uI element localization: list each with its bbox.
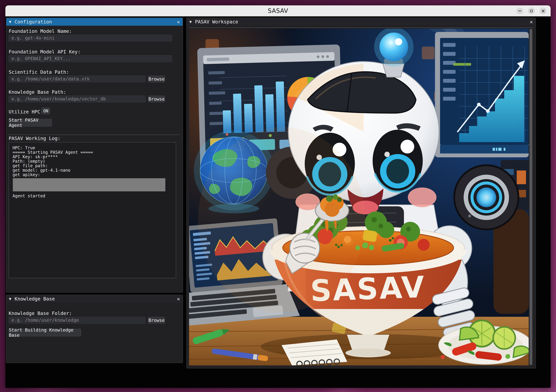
window-title: SASAV bbox=[268, 7, 288, 14]
app-content: ▼ Configuration ✕ Foundation Model Name:… bbox=[5, 17, 551, 388]
api-key-label: Foundation Model API Key: bbox=[9, 49, 81, 55]
minimize-icon bbox=[518, 11, 521, 11]
configuration-panel: ▼ Configuration ✕ Foundation Model Name:… bbox=[6, 18, 183, 293]
kb-folder-label: Knowledge Base Folder: bbox=[9, 311, 72, 316]
workspace-scrollbar-track[interactable] bbox=[529, 29, 533, 365]
api-key-input[interactable]: e.g. OPENAI_API_KEY... bbox=[9, 55, 172, 62]
configuration-panel-header[interactable]: ▼ Configuration ✕ bbox=[6, 18, 183, 26]
data-path-label: Scientific Data Path: bbox=[9, 69, 69, 75]
close-icon bbox=[541, 9, 545, 12]
kb-folder-input[interactable]: e.g. /home/user/knowledge bbox=[9, 317, 146, 324]
monitor-line-chart bbox=[435, 32, 529, 157]
hpc-label: Utilize HPC: bbox=[9, 109, 43, 115]
log-tail-text: Agent started bbox=[13, 194, 45, 198]
configuration-panel-title: Configuration bbox=[15, 19, 177, 25]
data-path-input[interactable]: e.g. /home/user/data/data.vtk bbox=[9, 76, 146, 82]
workspace-panel: ▼ PASAV Workspace ✕ bbox=[186, 18, 536, 368]
model-name-input[interactable]: e.g. gpt-4o-mini bbox=[9, 35, 172, 41]
configuration-close-icon[interactable]: ✕ bbox=[177, 19, 180, 25]
workspace-header-separator bbox=[189, 27, 533, 28]
knowledge-base-close-icon[interactable]: ✕ bbox=[177, 296, 180, 302]
working-log-text: HPC: True ===== Starting PASAV Agent ===… bbox=[13, 146, 93, 177]
title-bar[interactable]: SASAV bbox=[5, 5, 551, 16]
collapse-triangle-icon[interactable]: ▼ bbox=[9, 297, 11, 301]
model-name-label: Foundation Model Name: bbox=[9, 28, 72, 34]
workspace-panel-header[interactable]: ▼ PASAV Workspace ✕ bbox=[187, 18, 536, 26]
data-path-browse-button[interactable]: Browse bbox=[148, 76, 165, 82]
kb-folder-browse-button[interactable]: Browse bbox=[148, 317, 165, 324]
close-button[interactable] bbox=[540, 8, 547, 14]
collapse-triangle-icon[interactable]: ▼ bbox=[189, 20, 192, 24]
robot-right-ear bbox=[454, 165, 518, 229]
collapse-triangle-icon[interactable]: ▼ bbox=[9, 20, 11, 24]
config-separator bbox=[8, 135, 180, 135]
workspace-illustration: SASAV bbox=[189, 29, 529, 365]
maximize-icon bbox=[530, 10, 533, 12]
workspace-close-icon[interactable]: ✕ bbox=[530, 19, 533, 25]
kb-path-label: Knowledge Base Path: bbox=[9, 89, 66, 95]
app-window: SASAV ▼ Configuration ✕ Foundation Model… bbox=[5, 5, 551, 388]
hpc-toggle-button[interactable]: ON bbox=[41, 108, 50, 114]
maximize-button[interactable] bbox=[528, 8, 535, 14]
knowledge-base-panel-header[interactable]: ▼ Knowledge Base ✕ bbox=[6, 295, 183, 303]
log-redacted-block bbox=[13, 178, 165, 191]
robot-illustration-svg: SASAV bbox=[189, 29, 529, 365]
knowledge-base-panel-title: Knowledge Base bbox=[15, 296, 177, 302]
workspace-panel-title: PASAV Workspace bbox=[195, 19, 530, 25]
workspace-scrollbar-thumb[interactable] bbox=[530, 29, 532, 365]
kb-path-input[interactable]: e.g. /home/user/knowledge/vector_db bbox=[9, 95, 146, 102]
knowledge-base-panel: ▼ Knowledge Base ✕ Knowledge Base Folder… bbox=[6, 295, 183, 363]
kb-path-browse-button[interactable]: Browse bbox=[148, 95, 165, 102]
warm-glow bbox=[198, 127, 365, 312]
minimize-button[interactable] bbox=[516, 8, 523, 14]
start-agent-button[interactable]: Start PASAV Agent bbox=[9, 119, 52, 126]
working-log-box: HPC: True ===== Starting PASAV Agent ===… bbox=[9, 142, 176, 278]
working-log-label: PASAV Working Log: bbox=[9, 135, 61, 141]
build-kb-button[interactable]: Start Building Knowledge Base bbox=[9, 329, 81, 337]
